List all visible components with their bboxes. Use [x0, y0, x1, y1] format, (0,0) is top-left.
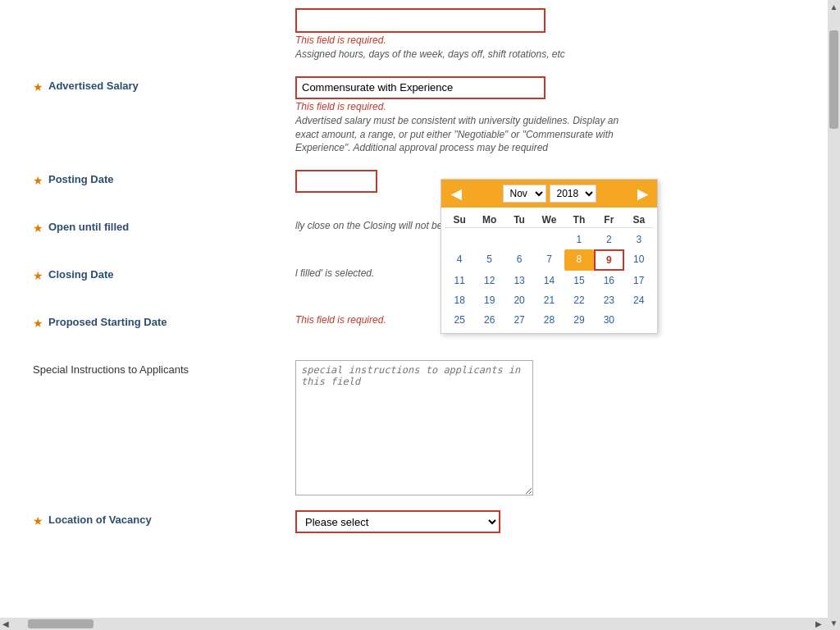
special-instructions-row: Special Instructions to Applicants	[16, 360, 824, 495]
calendar-day[interactable]: 21	[534, 290, 564, 310]
calendar-day	[534, 230, 564, 249]
closing-date-row: ★ Closing Date l filled' is selected.	[16, 265, 824, 298]
hours-label-col	[16, 8, 295, 11]
page-wrapper: This field is required. Assigned hours, …	[0, 0, 840, 630]
open-until-star: ★	[33, 221, 43, 235]
salary-required-star: ★	[33, 80, 43, 94]
salary-error: This field is required.	[295, 101, 824, 112]
salary-row: ★ Advertised Salary Commensurate with Ex…	[16, 76, 824, 155]
proposed-start-row: ★ Proposed Starting Date This field is r…	[16, 313, 824, 345]
location-star: ★	[33, 514, 43, 527]
calendar-day[interactable]: 20	[504, 290, 534, 310]
calendar-day[interactable]: 3	[624, 230, 654, 249]
calendar-grid: Su Mo Tu We Th Fr Sa 1234567891011121314…	[441, 208, 657, 333]
proposed-start-label-col: ★ Proposed Starting Date	[16, 313, 295, 330]
location-label: Location of Vacancy	[48, 514, 152, 526]
proposed-start-label: Proposed Starting Date	[48, 316, 167, 328]
scroll-left-arrow[interactable]: ◀	[0, 617, 11, 630]
proposed-start-star: ★	[33, 317, 43, 330]
calendar-day-headers: Su Mo Tu We Th Fr Sa	[445, 211, 654, 228]
day-header-sa: Sa	[624, 214, 654, 226]
posting-date-input[interactable]	[295, 170, 377, 193]
scroll-right-arrow[interactable]: ▶	[813, 617, 824, 630]
day-header-we: We	[534, 214, 564, 226]
calendar-days: 1234567891011121314151617181920212223242…	[445, 230, 654, 330]
calendar-popup: ◀ JanFebMarApr MayJunJulAug SepOctNovDec…	[441, 179, 658, 334]
calendar-day	[474, 230, 504, 249]
calendar-year-select[interactable]: 201620172018 20192020	[550, 185, 596, 203]
hours-textarea[interactable]	[295, 8, 546, 33]
calendar-day[interactable]: 7	[534, 249, 564, 271]
open-until-row: ★ Open until filled lly close on the Clo…	[16, 217, 824, 250]
open-until-label-col: ★ Open until filled	[16, 217, 295, 235]
calendar-day[interactable]: 13	[504, 271, 534, 290]
calendar-day[interactable]: 14	[534, 271, 564, 290]
calendar-day[interactable]: 12	[474, 271, 504, 290]
calendar-day[interactable]: 16	[594, 271, 623, 290]
calendar-day[interactable]: 22	[564, 290, 594, 310]
calendar-day[interactable]: 24	[624, 290, 654, 310]
calendar-day[interactable]: 11	[445, 271, 474, 290]
content-area: This field is required. Assigned hours, …	[0, 0, 840, 566]
calendar-header: ◀ JanFebMarApr MayJunJulAug SepOctNovDec…	[441, 180, 657, 208]
closing-date-label: Closing Date	[48, 268, 113, 281]
calendar-day[interactable]: 6	[504, 249, 534, 271]
posting-date-label-col: ★ Posting Date	[16, 170, 295, 187]
calendar-day[interactable]: 9	[594, 249, 623, 271]
calendar-day[interactable]: 29	[564, 310, 594, 330]
calendar-day[interactable]: 15	[564, 271, 594, 290]
day-header-fr: Fr	[594, 214, 623, 226]
salary-field-col: Commensurate with Experience This field …	[295, 76, 824, 155]
bottom-scrollbar-thumb[interactable]	[28, 619, 94, 628]
calendar-next-button[interactable]: ▶	[634, 186, 651, 202]
calendar-day	[624, 310, 654, 330]
bottom-scrollbar: ◀ ▶	[0, 618, 828, 630]
location-field-col: Please select	[295, 510, 824, 533]
hours-help: Assigned hours, days of the week, days o…	[295, 48, 623, 62]
location-label-col: ★ Location of Vacancy	[16, 510, 295, 527]
calendar-day[interactable]: 23	[594, 290, 623, 310]
posting-required-star: ★	[33, 174, 43, 187]
calendar-day[interactable]: 5	[474, 249, 504, 271]
salary-input[interactable]: Commensurate with Experience	[295, 76, 546, 99]
calendar-day[interactable]: 2	[594, 230, 623, 249]
hours-row: This field is required. Assigned hours, …	[16, 8, 824, 62]
day-header-su: Su	[445, 214, 474, 226]
calendar-day	[504, 230, 534, 249]
scroll-up-arrow[interactable]: ▲	[828, 0, 840, 14]
calendar-day[interactable]: 18	[445, 290, 474, 310]
calendar-day[interactable]: 26	[474, 310, 504, 330]
calendar-day[interactable]: 1	[564, 230, 594, 249]
special-instructions-label: Special Instructions to Applicants	[33, 363, 189, 376]
calendar-prev-button[interactable]: ◀	[448, 186, 464, 202]
calendar-day[interactable]: 27	[504, 310, 534, 330]
calendar-day[interactable]: 19	[474, 290, 504, 310]
scrollbar-thumb[interactable]	[829, 30, 838, 129]
closing-date-label-col: ★ Closing Date	[16, 265, 295, 282]
calendar-day[interactable]: 4	[445, 249, 474, 271]
hours-field-col: This field is required. Assigned hours, …	[295, 8, 824, 62]
day-header-th: Th	[564, 214, 594, 226]
special-instructions-field-col	[295, 360, 824, 495]
calendar-day[interactable]: 25	[445, 310, 474, 330]
salary-help: Advertised salary must be consistent wit…	[295, 114, 623, 155]
special-instructions-textarea[interactable]	[295, 360, 533, 495]
calendar-day[interactable]: 10	[624, 249, 654, 271]
closing-required-star: ★	[33, 269, 43, 282]
location-select[interactable]: Please select	[295, 510, 500, 533]
day-header-mo: Mo	[474, 214, 504, 226]
salary-label-col: ★ Advertised Salary	[16, 76, 295, 94]
scroll-down-arrow[interactable]: ▼	[828, 616, 840, 630]
calendar-month-select[interactable]: JanFebMarApr MayJunJulAug SepOctNovDec	[503, 185, 546, 203]
calendar-day	[445, 230, 474, 249]
calendar-day[interactable]: 28	[534, 310, 564, 330]
advertised-salary-label: Advertised Salary	[48, 80, 139, 92]
right-scrollbar: ▲ ▼	[828, 0, 840, 630]
calendar-day[interactable]: 8	[564, 249, 594, 271]
calendar-day[interactable]: 30	[594, 310, 623, 330]
calendar-day[interactable]: 17	[624, 271, 654, 290]
hours-error: This field is required.	[295, 34, 824, 46]
special-instructions-label-col: Special Instructions to Applicants	[16, 360, 295, 376]
day-header-tu: Tu	[504, 214, 534, 226]
posting-date-label: Posting Date	[48, 173, 113, 185]
